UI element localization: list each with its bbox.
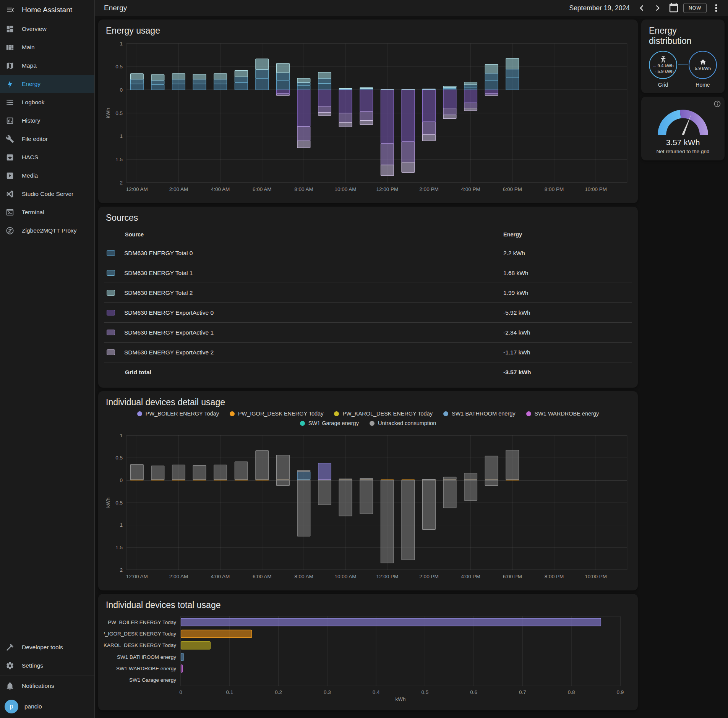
sidebar-item-label: Main xyxy=(22,44,35,51)
svg-text:kWh: kWh xyxy=(396,696,406,702)
next-day-button[interactable] xyxy=(651,2,664,14)
devices-total-card: Individual devices total usage 00.10.20.… xyxy=(98,594,638,710)
grid-total-label: Grid total xyxy=(107,369,503,376)
source-name: SDM630 ENERGY Total 1 xyxy=(124,270,193,277)
home-label: Home xyxy=(696,82,710,88)
prev-day-button[interactable] xyxy=(635,2,648,14)
source-row: SDM630 ENERGY Total 11.68 kWh xyxy=(104,263,632,283)
legend-item-pw-boiler-energy-today[interactable]: PW_BOILER ENERGY Today xyxy=(137,411,219,417)
source-row: SDM630 ENERGY Total 21.99 kWh xyxy=(104,283,632,303)
source-name: SDM630 ENERGY Total 0 xyxy=(124,250,193,257)
svg-text:4:00 PM: 4:00 PM xyxy=(461,186,480,192)
legend-item-pw-karol-desk-energy-today[interactable]: PW_KAROL_DESK ENERGY Today xyxy=(334,411,433,417)
sidebar-item-settings[interactable]: Settings xyxy=(0,657,94,675)
devices-detail-card: Individual devices detail usage PW_BOILE… xyxy=(98,391,638,590)
grid-label: Grid xyxy=(658,82,668,88)
sidebar-item-file-editor[interactable]: File editor xyxy=(0,130,94,148)
info-icon[interactable] xyxy=(713,100,721,108)
legend-item-sw1-bathroom-energy[interactable]: SW1 BATHROOM energy xyxy=(443,411,516,417)
chart-svg: 12:00 AM2:00 AM4:00 AM6:00 AM8:00 AM10:0… xyxy=(104,39,632,196)
sidebar-item-main[interactable]: Main xyxy=(0,38,94,57)
svg-text:0: 0 xyxy=(120,477,123,483)
now-button[interactable]: NOW xyxy=(683,3,707,13)
svg-text:12:00 AM: 12:00 AM xyxy=(126,186,148,192)
source-row: SDM630 ENERGY ExportActive 2-1.17 kWh xyxy=(104,343,632,362)
sidebar-item-logbook[interactable]: Logbook xyxy=(0,93,94,112)
legend-item-sw1-garage-energy[interactable]: SW1 Garage energy xyxy=(300,420,359,426)
menu-open-icon xyxy=(6,5,15,15)
date-label[interactable]: September 19, 2024 xyxy=(569,4,630,12)
svg-text:2:00 PM: 2:00 PM xyxy=(419,574,438,579)
user-menu[interactable]: ppancio xyxy=(0,695,94,718)
svg-text:SW1 BATHROOM energy: SW1 BATHROOM energy xyxy=(117,654,176,660)
sidebar-item-label: Terminal xyxy=(22,209,44,216)
energy-usage-title: Energy usage xyxy=(106,26,632,36)
source-color-swatch xyxy=(107,270,115,276)
legend-item-sw1-wardrobe-energy[interactable]: SW1 WARDROBE energy xyxy=(526,411,599,417)
sidebar-item-hacs[interactable]: HACS xyxy=(0,148,94,167)
svg-text:8:00 AM: 8:00 AM xyxy=(294,186,313,192)
grid-home-flow-line xyxy=(678,65,688,65)
svg-text:2: 2 xyxy=(120,567,123,573)
column-source: Source xyxy=(107,231,503,238)
source-name: SDM630 ENERGY ExportActive 0 xyxy=(124,309,214,316)
sidebar-item-label: History xyxy=(22,117,40,124)
svg-text:1: 1 xyxy=(120,433,123,438)
kebab-menu-icon[interactable] xyxy=(710,2,723,14)
svg-text:10:00 AM: 10:00 AM xyxy=(335,186,357,192)
map-icon xyxy=(6,61,14,70)
source-energy: -5.92 kWh xyxy=(503,309,629,316)
gauge-value: 3.57 kWh xyxy=(666,138,700,147)
calendar-icon[interactable] xyxy=(667,2,680,14)
sidebar-item-label: Developer tools xyxy=(22,644,63,651)
sidebar-item-overview[interactable]: Overview xyxy=(0,20,94,38)
svg-text:0.1: 0.1 xyxy=(226,689,233,695)
transmission-tower-icon xyxy=(660,56,667,63)
source-row: SDM630 ENERGY ExportActive 1-2.34 kWh xyxy=(104,323,632,343)
svg-text:SW1 Garage energy: SW1 Garage energy xyxy=(129,677,176,683)
sidebar-item-history[interactable]: History xyxy=(0,112,94,130)
energy-distribution-title: Energy distribution xyxy=(649,26,718,46)
sidebar-item-terminal[interactable]: Terminal xyxy=(0,203,94,222)
sidebar-item-energy[interactable]: Energy xyxy=(0,75,94,93)
svg-text:0.9: 0.9 xyxy=(617,689,624,695)
svg-text:0.3: 0.3 xyxy=(324,689,331,695)
source-energy: 1.99 kWh xyxy=(503,289,629,296)
legend-dot-icon xyxy=(370,421,375,426)
cog-icon xyxy=(6,661,14,670)
sidebar-item-label: Settings xyxy=(22,662,43,669)
svg-text:SW1 WARDROBE energy: SW1 WARDROBE energy xyxy=(116,666,176,671)
legend-item-pw-igor-desk-energy-today[interactable]: PW_IGOR_DESK ENERGY Today xyxy=(230,411,324,417)
sidebar-item-notifications[interactable]: Notifications xyxy=(0,677,94,695)
legend-item-untracked-consumption[interactable]: Untracked consumption xyxy=(370,420,436,426)
app-root: Home Assistant OverviewMainMapaEnergyLog… xyxy=(0,0,728,718)
sidebar-item-zigbee2mqtt-proxy[interactable]: Zigbee2MQTT Proxy xyxy=(0,222,94,240)
svg-text:0.2: 0.2 xyxy=(275,689,282,695)
consume-arrow-icon: → xyxy=(652,69,657,74)
svg-text:2:00 PM: 2:00 PM xyxy=(419,186,438,192)
sources-title: Sources xyxy=(106,213,632,223)
sidebar-item-studio-code-server[interactable]: Studio Code Server xyxy=(0,185,94,203)
svg-text:1: 1 xyxy=(120,133,123,139)
format-list-bulleted-icon xyxy=(6,98,14,107)
svg-text:8:00 PM: 8:00 PM xyxy=(545,574,564,579)
svg-text:0.7: 0.7 xyxy=(519,689,526,695)
sidebar-item-label: Media xyxy=(22,172,38,179)
energy-usage-card: Energy usage 12:00 AM2:00 AM4:00 AM6:00 … xyxy=(98,19,638,203)
sidebar-item-media[interactable]: Media xyxy=(0,167,94,185)
legend-dot-icon xyxy=(334,411,339,416)
source-energy: 1.68 kWh xyxy=(503,270,629,277)
sidebar-item-mapa[interactable]: Mapa xyxy=(0,57,94,75)
sidebar-item-label: Studio Code Server xyxy=(22,191,73,197)
sidebar-item-developer-tools[interactable]: Developer tools xyxy=(0,638,94,657)
sidebar-divider xyxy=(0,676,94,676)
legend-dot-icon xyxy=(137,411,142,416)
package-icon xyxy=(6,153,14,162)
svg-text:6:00 PM: 6:00 PM xyxy=(503,574,522,579)
svg-text:0: 0 xyxy=(120,87,123,93)
legend-dot-icon xyxy=(443,411,448,416)
menu-toggle-icon[interactable] xyxy=(6,5,15,15)
sidebar-nav: OverviewMainMapaEnergyLogbookHistoryFile… xyxy=(0,20,94,240)
source-name: SDM630 ENERGY Total 2 xyxy=(124,289,193,296)
legend-label: PW_BOILER ENERGY Today xyxy=(146,411,219,417)
